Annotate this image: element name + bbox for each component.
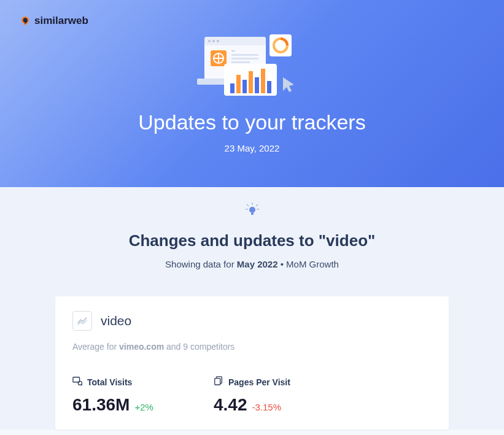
- content-area: Changes and updates to "video" Showing d…: [0, 187, 504, 429]
- svg-rect-10: [231, 54, 258, 56]
- hero-date: 23 May, 2022: [20, 143, 484, 153]
- hero-banner: similarweb: [0, 0, 504, 187]
- svg-point-4: [217, 40, 219, 42]
- svg-point-3: [212, 40, 215, 42]
- svg-rect-35: [215, 379, 220, 385]
- card-subtitle: Average for vimeo.com and 9 competitors: [72, 342, 432, 352]
- svg-rect-12: [231, 61, 250, 63]
- metric-label: Total Visits: [72, 376, 177, 388]
- svg-point-29: [249, 207, 255, 213]
- svg-point-32: [78, 381, 82, 385]
- svg-rect-18: [249, 71, 253, 93]
- svg-line-25: [247, 204, 249, 206]
- brand-name: similarweb: [34, 15, 88, 27]
- svg-rect-15: [230, 83, 235, 93]
- metric-label: Pages Per Visit: [214, 376, 318, 388]
- svg-rect-16: [236, 75, 241, 93]
- card-title: video: [101, 314, 131, 328]
- svg-line-26: [256, 204, 258, 206]
- brand-logo: similarweb: [20, 15, 88, 27]
- svg-rect-20: [261, 69, 265, 93]
- section-title: Changes and updates to "video": [0, 231, 504, 250]
- tracker-card: video Average for vimeo.com and 9 compet…: [55, 296, 449, 429]
- svg-point-2: [208, 40, 211, 42]
- visits-icon: [72, 376, 82, 388]
- chart-icon: [72, 311, 92, 331]
- card-header: video: [72, 311, 432, 331]
- svg-rect-11: [231, 58, 258, 60]
- metric-total-visits: Total Visits 61.36M +2%: [72, 376, 177, 415]
- lightbulb-icon: [245, 202, 260, 217]
- svg-rect-19: [255, 77, 259, 93]
- metrics-row: Total Visits 61.36M +2% Pages Per Visit: [72, 376, 432, 415]
- svg-rect-21: [267, 81, 271, 93]
- hero-illustration: [197, 32, 308, 99]
- metric-change: -3.15%: [252, 402, 282, 412]
- svg-rect-31: [73, 377, 80, 382]
- similarweb-icon: [20, 15, 31, 26]
- svg-rect-9: [231, 50, 235, 52]
- hero-title: Updates to your trackers: [20, 110, 484, 134]
- svg-rect-17: [242, 80, 247, 93]
- metric-change: +2%: [134, 402, 153, 412]
- metric-pages-per-visit: Pages Per Visit 4.42 -3.15%: [214, 376, 318, 415]
- metric-value: 61.36M: [72, 395, 130, 415]
- svg-line-33: [82, 385, 82, 385]
- pages-icon: [214, 376, 223, 388]
- metric-value: 4.42: [214, 395, 247, 415]
- svg-rect-30: [251, 213, 254, 215]
- section-subtitle: Showing data for May 2022 • MoM Growth: [0, 259, 504, 269]
